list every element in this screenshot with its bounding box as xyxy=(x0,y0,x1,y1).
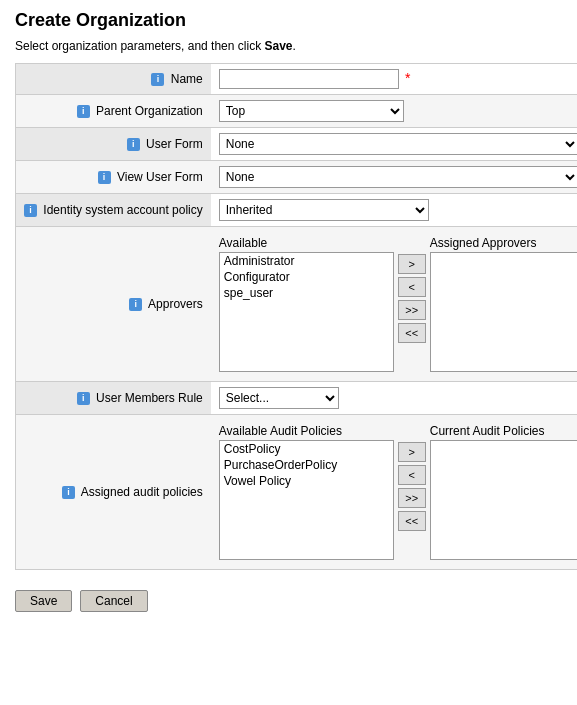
approvers-available-list[interactable]: Administrator Configurator spe_user xyxy=(219,252,394,372)
identity-policy-info-icon[interactable]: i xyxy=(24,204,37,217)
view-user-form-value-cell: None xyxy=(211,161,577,194)
approvers-available-label: Available xyxy=(219,236,394,250)
user-form-label: i User Form xyxy=(16,128,211,161)
user-form-info-icon[interactable]: i xyxy=(127,138,140,151)
identity-policy-value-cell: Inherited xyxy=(211,194,577,227)
move-left-button[interactable]: < xyxy=(398,277,426,297)
user-form-value-cell: None xyxy=(211,128,577,161)
audit-current-label: Current Audit Policies xyxy=(430,424,577,438)
list-item[interactable]: PurchaseOrderPolicy xyxy=(220,457,393,473)
parent-org-value-cell: Top xyxy=(211,95,577,128)
list-item[interactable]: Vowel Policy xyxy=(220,473,393,489)
name-label: i Name xyxy=(16,64,211,95)
audit-move-all-left-button[interactable]: << xyxy=(398,511,426,531)
form-actions: Save Cancel xyxy=(15,585,562,617)
audit-move-left-button[interactable]: < xyxy=(398,465,426,485)
view-user-form-select[interactable]: None xyxy=(219,166,577,188)
audit-move-right-button[interactable]: > xyxy=(398,442,426,462)
audit-available-list[interactable]: CostPolicy PurchaseOrderPolicy Vowel Pol… xyxy=(219,440,394,560)
approvers-assigned-label: Assigned Approvers xyxy=(430,236,577,250)
move-all-right-button[interactable]: >> xyxy=(398,300,426,320)
identity-policy-select[interactable]: Inherited xyxy=(219,199,429,221)
parent-org-info-icon[interactable]: i xyxy=(77,105,90,118)
audit-policies-value-cell: Available Audit Policies CostPolicy Purc… xyxy=(211,415,577,570)
approvers-info-icon[interactable]: i xyxy=(129,298,142,311)
user-members-rule-info-icon[interactable]: i xyxy=(77,392,90,405)
audit-current-list[interactable] xyxy=(430,440,577,560)
user-members-rule-label: i User Members Rule xyxy=(16,382,211,415)
approvers-assigned-list[interactable] xyxy=(430,252,577,372)
parent-org-select[interactable]: Top xyxy=(219,100,404,122)
view-user-form-info-icon[interactable]: i xyxy=(98,171,111,184)
view-user-form-label: i View User Form xyxy=(16,161,211,194)
list-item[interactable]: CostPolicy xyxy=(220,441,393,457)
audit-move-all-right-button[interactable]: >> xyxy=(398,488,426,508)
required-star: * xyxy=(405,70,410,86)
approvers-value-cell: Available Administrator Configurator spe… xyxy=(211,227,577,382)
approvers-arrow-buttons: > < >> << xyxy=(398,236,426,343)
parent-org-label: i Parent Organization xyxy=(16,95,211,128)
audit-policies-info-icon[interactable]: i xyxy=(62,486,75,499)
save-button[interactable]: Save xyxy=(15,590,72,612)
list-item[interactable]: Configurator xyxy=(220,269,393,285)
move-right-button[interactable]: > xyxy=(398,254,426,274)
intro-text: Select organization parameters, and then… xyxy=(15,39,562,53)
page-title: Create Organization xyxy=(15,10,562,31)
audit-available-label: Available Audit Policies xyxy=(219,424,394,438)
name-input[interactable] xyxy=(219,69,399,89)
move-all-left-button[interactable]: << xyxy=(398,323,426,343)
user-members-rule-value-cell: Select... xyxy=(211,382,577,415)
audit-policies-label: i Assigned audit policies xyxy=(16,415,211,570)
cancel-button[interactable]: Cancel xyxy=(80,590,147,612)
name-info-icon[interactable]: i xyxy=(151,73,164,86)
list-item[interactable]: Administrator xyxy=(220,253,393,269)
list-item[interactable]: spe_user xyxy=(220,285,393,301)
audit-arrow-buttons: > < >> << xyxy=(398,424,426,531)
approvers-label: i Approvers xyxy=(16,227,211,382)
name-value-cell: * xyxy=(211,64,577,95)
user-members-rule-select[interactable]: Select... xyxy=(219,387,339,409)
identity-policy-label: i Identity system account policy xyxy=(16,194,211,227)
user-form-select[interactable]: None xyxy=(219,133,577,155)
